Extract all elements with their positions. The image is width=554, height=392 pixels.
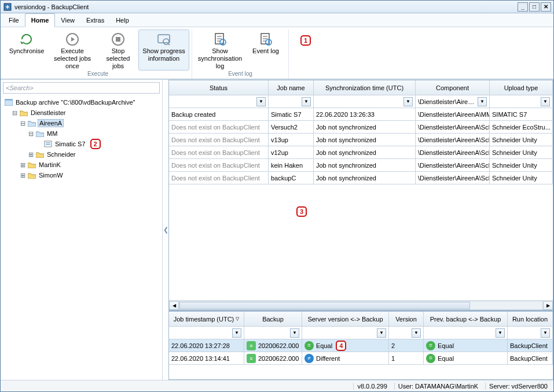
tree-node-schneider[interactable]: ⊞ Schneider: [3, 149, 160, 160]
table-row[interactable]: Does not exist on BackupClientv13upJob n…: [169, 134, 553, 146]
folder-icon: [19, 110, 28, 116]
scroll-left-button[interactable]: ◀: [169, 301, 179, 310]
collapse-icon[interactable]: ⊟: [27, 130, 34, 138]
backup-icon: ≡: [247, 341, 256, 350]
event-log-button[interactable]: Event log: [245, 29, 286, 71]
menu-file[interactable]: File: [3, 13, 25, 27]
col-component[interactable]: Component: [416, 80, 490, 95]
col-timestamp[interactable]: Job timestamp (UTC)▽: [169, 312, 244, 327]
ribbon: Synchronise Execute selected jobs once S…: [1, 27, 553, 79]
col-synctime[interactable]: Synchronization time (UTC): [314, 80, 416, 95]
sort-desc-icon: ▽: [236, 316, 239, 321]
menu-view[interactable]: View: [55, 13, 80, 27]
collapse-icon[interactable]: ⊟: [19, 120, 26, 127]
grid-body[interactable]: Backup createdSimatic S722.06.2020 13:26…: [169, 108, 553, 300]
col-version[interactable]: Version: [389, 312, 424, 327]
tree-node-aireena[interactable]: ⊟ AireenA: [3, 118, 160, 128]
tree-node-simatic[interactable]: · Simatic S7 2: [3, 139, 160, 149]
menu-extras[interactable]: Extras: [80, 13, 110, 27]
filter-dropdown[interactable]: ▼: [290, 328, 299, 338]
folder-icon: [35, 151, 45, 158]
equal-icon: =: [426, 354, 435, 363]
col-server-vs-backup[interactable]: Server version <-> Backup: [302, 312, 389, 327]
folder-open-icon: [27, 120, 36, 127]
grid-header: Job timestamp (UTC)▽ Backup Server versi…: [169, 312, 553, 327]
col-prev-vs-backup[interactable]: Prev. backup <-> Backup: [424, 312, 508, 327]
collapse-icon[interactable]: ⊟: [11, 109, 18, 117]
tree-root[interactable]: Backup archive "C:\800\vdBackupArchive": [3, 97, 160, 108]
callout-1: 1: [289, 29, 322, 79]
title-bar: versiondog - BackupClient _ □ ✕: [1, 1, 553, 13]
maximize-button[interactable]: □: [529, 2, 540, 12]
expand-icon[interactable]: ⊞: [19, 172, 26, 179]
col-backup[interactable]: Backup: [244, 312, 302, 327]
callout-3: 3: [296, 206, 307, 217]
stop-icon: [111, 31, 126, 47]
filter-dropdown[interactable]: ▼: [403, 97, 413, 106]
tree-node-mm[interactable]: ⊟ MM: [3, 128, 160, 139]
filter-dropdown[interactable]: ▼: [541, 97, 550, 106]
jobs-grid[interactable]: Status Job name Synchronization time (UT…: [168, 80, 553, 310]
expand-icon[interactable]: ⊞: [27, 151, 34, 158]
filter-dropdown[interactable]: ▼: [541, 328, 550, 338]
folder-open-icon: [35, 131, 45, 137]
progress-icon: [156, 31, 171, 47]
table-row[interactable]: 22.06.2020 13:27:28≡20200622.000=Equal 4…: [169, 339, 553, 352]
svg-rect-10: [5, 100, 13, 106]
h-scrollbar[interactable]: ◀ ▶: [169, 300, 553, 310]
menu-help[interactable]: Help: [110, 13, 135, 27]
stop-selected-button[interactable]: Stop selected jobs: [98, 29, 138, 71]
grid-header: Status Job name Synchronization time (UT…: [169, 80, 553, 95]
filter-dropdown[interactable]: ▼: [412, 328, 421, 338]
table-row[interactable]: Does not exist on BackupClientkein Haken…: [169, 159, 553, 172]
table-row[interactable]: 22.06.2020 13:14:41≡20200622.000≠Differe…: [169, 352, 553, 365]
ribbon-group-execute: Synchronise Execute selected jobs once S…: [4, 29, 192, 79]
status-user: User: DATAMANAG\MartinK: [394, 383, 482, 390]
splitter-handle[interactable]: ❮: [163, 80, 168, 380]
tree-node-martink[interactable]: ⊞ MartinK: [3, 160, 160, 170]
equal-icon: =: [426, 341, 435, 350]
table-row[interactable]: Does not exist on BackupClientv12upJob n…: [169, 146, 553, 159]
grid-body[interactable]: 22.06.2020 13:27:28≡20200622.000=Equal 4…: [169, 339, 553, 379]
tree[interactable]: Backup archive "C:\800\vdBackupArchive" …: [1, 96, 162, 380]
filter-dropdown[interactable]: ▼: [256, 97, 266, 106]
backups-grid[interactable]: Job timestamp (UTC)▽ Backup Server versi…: [168, 311, 553, 380]
col-runlocation[interactable]: Run location: [508, 312, 553, 327]
filter-dropdown[interactable]: ▼: [478, 97, 487, 106]
table-row[interactable]: Backup createdSimatic S722.06.2020 13:26…: [169, 108, 553, 121]
synchronise-button[interactable]: Synchronise: [6, 29, 47, 71]
filter-dropdown[interactable]: ▼: [302, 97, 311, 106]
folder-icon: [27, 172, 36, 179]
grid-filter-row[interactable]: ▼ ▼ ▼ ▼ ▼ ▼: [169, 327, 553, 339]
svg-rect-11: [5, 99, 13, 101]
callout-4: 4: [336, 341, 346, 351]
component-icon: [43, 140, 53, 147]
execute-selected-button[interactable]: Execute selected jobs once: [47, 29, 98, 71]
event-log-icon: [258, 31, 273, 47]
close-button[interactable]: ✕: [541, 2, 551, 12]
show-sync-log-button[interactable]: Show synchronisation log: [195, 29, 245, 71]
filter-dropdown[interactable]: ▼: [232, 328, 241, 338]
col-job[interactable]: Job name: [269, 80, 314, 95]
col-uploadtype[interactable]: Upload type: [490, 80, 553, 95]
svg-rect-4: [158, 35, 170, 43]
scroll-right-button[interactable]: ▶: [543, 301, 553, 310]
table-row[interactable]: Does not exist on BackupClientVersuch2Jo…: [169, 121, 553, 134]
folder-icon: [27, 162, 36, 168]
tree-node-simonw[interactable]: ⊞ SimonW: [3, 170, 160, 180]
ribbon-group-eventlog: Show synchronisation log Event log Event…: [192, 29, 289, 79]
col-status[interactable]: Status: [169, 80, 269, 95]
filter-dropdown[interactable]: ▼: [377, 328, 386, 338]
archive-icon: [4, 99, 13, 106]
minimize-button[interactable]: _: [518, 2, 528, 12]
grid-filter-row[interactable]: ▼ ▼ ▼ \Dienstleister\AireenA\MM\Simatic …: [169, 95, 553, 108]
show-progress-button[interactable]: Show progress information: [138, 29, 189, 71]
tree-node-dienstleister[interactable]: ⊟ Dienstleister: [3, 108, 160, 118]
window-title: versiondog - BackupClient: [14, 3, 89, 10]
menu-home[interactable]: Home: [25, 13, 56, 27]
filter-dropdown[interactable]: ▼: [496, 328, 505, 338]
sync-icon: [19, 31, 34, 47]
table-row[interactable]: Does not exist on BackupClientbackupCJob…: [169, 172, 553, 184]
search-input[interactable]: <Search>: [3, 82, 160, 94]
expand-icon[interactable]: ⊞: [19, 161, 26, 169]
